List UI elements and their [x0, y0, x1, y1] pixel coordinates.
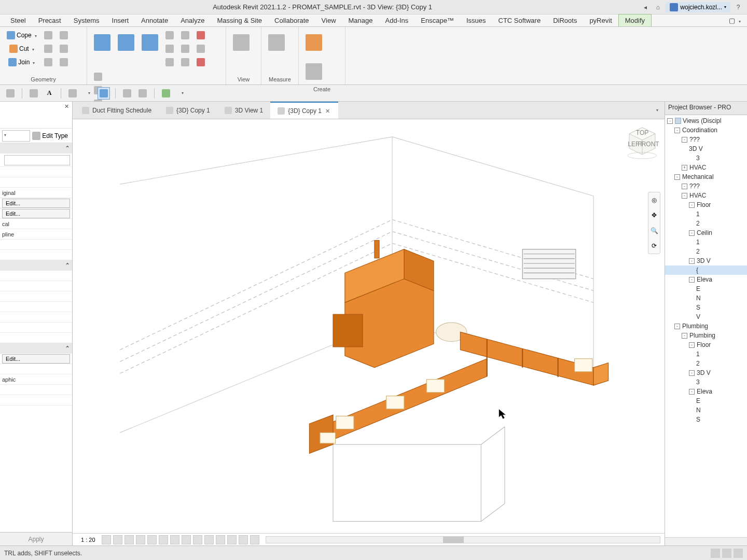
- qb-7[interactable]: [160, 87, 172, 100]
- view-tab-menu[interactable]: [650, 104, 662, 117]
- qb-activate-dim[interactable]: [27, 87, 40, 100]
- user-account-button[interactable]: wojciech.kozl... ▾: [666, 2, 730, 12]
- mirror-button[interactable]: [139, 29, 161, 56]
- tree-node[interactable]: 2: [665, 219, 747, 228]
- collapse-icon[interactable]: -: [667, 118, 673, 124]
- vs-extra1[interactable]: [239, 535, 248, 544]
- tree-node[interactable]: 3: [665, 153, 747, 163]
- qb-text[interactable]: A: [43, 87, 56, 100]
- tree-node[interactable]: 2: [665, 247, 747, 256]
- collapse-icon[interactable]: -: [682, 193, 687, 199]
- apply-button[interactable]: Apply: [0, 532, 72, 545]
- steering-wheel-icon[interactable]: ◎: [652, 197, 657, 204]
- cope-button[interactable]: Cope: [4, 29, 39, 41]
- 3d-view-canvas[interactable]: TOP LEFT FRONT ◎ ✥ 🔍 ⟳: [73, 119, 665, 533]
- ribbon-tab-modify[interactable]: Modify: [618, 14, 652, 26]
- collapse-icon[interactable]: -: [689, 202, 695, 208]
- vs-sun[interactable]: [125, 535, 134, 544]
- mod-a[interactable]: [91, 71, 105, 83]
- property-edit-button[interactable]: Edit...: [2, 354, 70, 363]
- ribbon-tab-insert[interactable]: Insert: [106, 15, 135, 26]
- tree-node[interactable]: -Views (Discipl: [665, 116, 747, 125]
- section-collapse-icon[interactable]: ⌃: [65, 145, 70, 152]
- tree-node[interactable]: 1: [665, 349, 747, 359]
- ribbon-tab-issues[interactable]: Issues: [460, 15, 492, 26]
- property-edit-button[interactable]: Edit...: [2, 209, 70, 218]
- vs-crop[interactable]: [159, 535, 168, 544]
- trim-button[interactable]: [163, 56, 176, 68]
- viewcube[interactable]: TOP LEFT FRONT: [624, 123, 660, 161]
- tool-g2[interactable]: [42, 43, 55, 55]
- collapse-icon[interactable]: -: [674, 128, 680, 133]
- collapse-icon[interactable]: -: [689, 277, 695, 283]
- qb-7-dd[interactable]: [175, 87, 188, 100]
- tree-node[interactable]: -Eleva: [665, 275, 747, 284]
- vs-hide[interactable]: [204, 535, 214, 544]
- create-tool-2[interactable]: [303, 58, 325, 85]
- tool-g6[interactable]: [57, 56, 71, 68]
- tree-node[interactable]: 1: [665, 209, 747, 219]
- tree-node[interactable]: N: [665, 293, 747, 303]
- ribbon-tab-massingsite[interactable]: Massing & Site: [211, 15, 268, 26]
- tree-node[interactable]: 3D V: [665, 144, 747, 153]
- vs-render[interactable]: [147, 535, 157, 544]
- split-button[interactable]: [178, 29, 192, 41]
- ribbon-tab-view[interactable]: View: [315, 15, 342, 26]
- type-selector[interactable]: [2, 130, 30, 142]
- ribbon-tab-systems[interactable]: Systems: [67, 15, 106, 26]
- tool-g4[interactable]: [57, 29, 71, 41]
- browser-scrollbar[interactable]: [665, 537, 747, 545]
- tree-node[interactable]: 2: [665, 359, 747, 368]
- view-tool[interactable]: [230, 29, 252, 56]
- navigation-bar[interactable]: ◎ ✥ 🔍 ⟳: [648, 192, 660, 254]
- tree-node[interactable]: -Mechanical: [665, 172, 747, 181]
- tree-node[interactable]: 3: [665, 377, 747, 387]
- tree-node[interactable]: -???: [665, 181, 747, 191]
- help-icon[interactable]: ?: [734, 3, 743, 12]
- view-tab[interactable]: {3D} Copy 1✕: [270, 102, 338, 119]
- align-button[interactable]: [163, 29, 176, 41]
- tree-node[interactable]: S: [665, 303, 747, 312]
- tree-node[interactable]: -Ceilin: [665, 228, 747, 237]
- collapse-icon[interactable]: -: [689, 389, 695, 395]
- array-button[interactable]: [178, 43, 192, 55]
- ribbon-tab-pyrevit[interactable]: pyRevit: [583, 15, 618, 26]
- expand-icon[interactable]: +: [682, 165, 687, 171]
- cut-button[interactable]: Cut: [4, 43, 39, 55]
- edit-type-button[interactable]: Edit Type: [30, 131, 70, 141]
- qb-1[interactable]: [4, 87, 17, 100]
- collapse-icon[interactable]: -: [682, 137, 687, 143]
- vs-reveal[interactable]: [227, 535, 237, 544]
- orbit-icon[interactable]: ⟳: [652, 242, 657, 249]
- pan-icon[interactable]: ✥: [652, 212, 657, 219]
- view-tab[interactable]: {3D} Copy 1: [159, 102, 217, 119]
- qb-6[interactable]: [136, 87, 149, 100]
- vs-shadow[interactable]: [136, 535, 145, 544]
- collapse-icon[interactable]: -: [674, 324, 680, 329]
- vs-temp[interactable]: [193, 535, 202, 544]
- tool-g5[interactable]: [57, 43, 71, 55]
- section-collapse-icon[interactable]: ⌃: [65, 262, 70, 269]
- collapse-icon[interactable]: -: [689, 370, 695, 376]
- tree-node[interactable]: -Plumbing: [665, 321, 747, 331]
- collapse-icon[interactable]: -: [682, 184, 687, 189]
- property-edit-button[interactable]: Edit...: [2, 199, 70, 208]
- horizontal-scrollbar[interactable]: [266, 536, 660, 543]
- collapse-icon[interactable]: -: [689, 342, 695, 348]
- vs-style[interactable]: [113, 535, 122, 544]
- tree-node[interactable]: -Eleva: [665, 387, 747, 396]
- tree-node[interactable]: -3D V: [665, 368, 747, 377]
- tree-node[interactable]: E: [665, 396, 747, 405]
- offset-button[interactable]: [163, 43, 176, 55]
- rotate-button[interactable]: [115, 29, 137, 56]
- tree-node[interactable]: -???: [665, 135, 747, 144]
- tree-node[interactable]: N: [665, 405, 747, 415]
- qb-5[interactable]: [121, 87, 133, 100]
- ribbon-tab-collaborate[interactable]: Collaborate: [268, 15, 315, 26]
- ribbon-tab-annotate[interactable]: Annotate: [135, 15, 174, 26]
- ribbon-extras[interactable]: ▢: [723, 15, 747, 26]
- delete-button[interactable]: [194, 56, 208, 68]
- qb-3[interactable]: [66, 87, 79, 100]
- tree-node[interactable]: +HVAC: [665, 163, 747, 172]
- tree-node[interactable]: -HVAC: [665, 191, 747, 200]
